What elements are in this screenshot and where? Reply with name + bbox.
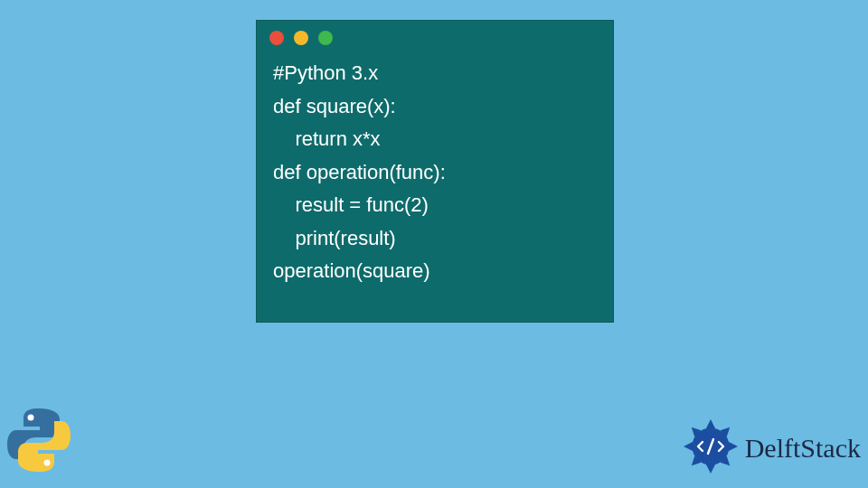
window-titlebar: [257, 21, 613, 55]
page-background: #Python 3.x def square(x): return x*x de…: [0, 0, 868, 488]
code-line: #Python 3.x: [273, 61, 378, 84]
code-line: def square(x):: [273, 95, 396, 117]
code-line: result = func(2): [273, 193, 429, 216]
delftstack-logo: DelftStack: [682, 418, 861, 479]
code-line: print(result): [273, 227, 396, 249]
delftstack-name: DelftStack: [745, 433, 861, 464]
code-block: #Python 3.x def square(x): return x*x de…: [257, 55, 613, 301]
code-line: return x*x: [273, 127, 381, 150]
code-line: def operation(func):: [273, 161, 446, 183]
maximize-dot-icon: [318, 31, 333, 45]
svg-point-0: [28, 415, 34, 421]
python-logo-icon: [2, 403, 76, 481]
svg-point-1: [44, 460, 51, 466]
minimize-dot-icon: [294, 31, 308, 45]
close-dot-icon: [269, 31, 284, 45]
code-line: operation(square): [273, 259, 430, 282]
code-window: #Python 3.x def square(x): return x*x de…: [256, 20, 614, 323]
delftstack-emblem-icon: [682, 418, 740, 479]
